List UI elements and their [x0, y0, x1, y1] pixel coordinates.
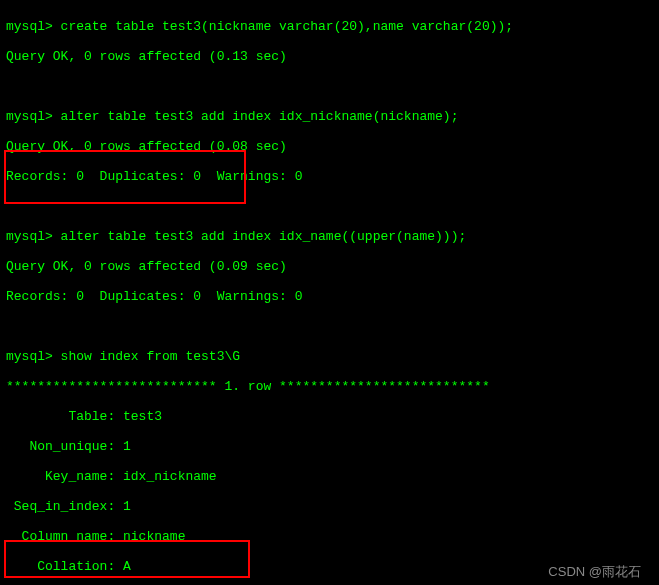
blank-line: [6, 79, 653, 94]
blank-line: [6, 319, 653, 334]
field-key-name: Key_name: idx_nickname: [6, 469, 653, 484]
terminal-output: mysql> create table test3(nickname varch…: [0, 0, 659, 585]
cmd-line: mysql> show index from test3\G: [6, 349, 653, 364]
result-line: Records: 0 Duplicates: 0 Warnings: 0: [6, 169, 653, 184]
result-line: Query OK, 0 rows affected (0.08 sec): [6, 139, 653, 154]
result-line: Records: 0 Duplicates: 0 Warnings: 0: [6, 289, 653, 304]
cmd-line: mysql> create table test3(nickname varch…: [6, 19, 653, 34]
blank-line: [6, 199, 653, 214]
cmd-line: mysql> alter table test3 add index idx_n…: [6, 109, 653, 124]
field-non-unique: Non_unique: 1: [6, 439, 653, 454]
field-column-name: Column_name: nickname: [6, 529, 653, 544]
row-separator: *************************** 1. row *****…: [6, 379, 653, 394]
field-table: Table: test3: [6, 409, 653, 424]
result-line: Query OK, 0 rows affected (0.09 sec): [6, 259, 653, 274]
result-line: Query OK, 0 rows affected (0.13 sec): [6, 49, 653, 64]
field-seq-in-index: Seq_in_index: 1: [6, 499, 653, 514]
watermark-text: CSDN @雨花石: [548, 564, 641, 579]
cmd-line: mysql> alter table test3 add index idx_n…: [6, 229, 653, 244]
